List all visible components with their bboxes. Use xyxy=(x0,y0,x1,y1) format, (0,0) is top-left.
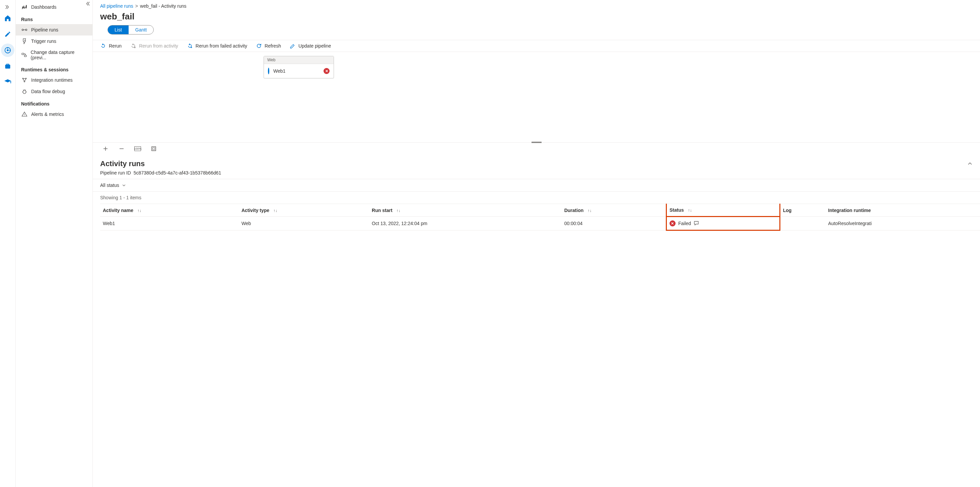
integration-runtimes-icon xyxy=(21,77,28,83)
svg-point-9 xyxy=(24,81,25,82)
sidebar-item-cdc[interactable]: Change data capture (previ... xyxy=(16,47,92,63)
cell-run-start: Oct 13, 2022, 12:24:04 pm xyxy=(369,217,562,231)
update-pipeline-button[interactable]: Update pipeline xyxy=(290,43,331,49)
sort-icon[interactable]: ↑↓ xyxy=(587,208,592,213)
sidebar-item-alerts[interactable]: Alerts & metrics xyxy=(16,108,92,120)
breadcrumb-separator: > xyxy=(135,3,138,9)
svg-rect-5 xyxy=(22,53,24,55)
sidebar-item-label: Data flow debug xyxy=(31,89,65,94)
sidebar-item-label: Alerts & metrics xyxy=(31,111,64,117)
refresh-button[interactable]: Refresh xyxy=(256,43,281,49)
alerts-icon xyxy=(21,111,28,117)
sidebar-section-notifications: Notifications xyxy=(16,97,92,108)
col-integration-runtime[interactable]: Integration runtime xyxy=(826,204,980,217)
pipeline-runs-icon xyxy=(21,27,28,33)
sort-icon[interactable]: ↑↓ xyxy=(273,208,277,213)
rail-author-icon[interactable] xyxy=(1,27,14,41)
error-icon: ✕ xyxy=(323,68,329,74)
svg-point-1 xyxy=(7,49,9,51)
speech-bubble-icon[interactable] xyxy=(694,221,699,226)
sidebar-item-trigger-runs[interactable]: Trigger runs xyxy=(16,35,92,47)
sidebar-section-runtimes: Runtimes & sessions xyxy=(16,63,92,74)
rail-manage-icon[interactable] xyxy=(1,60,14,73)
sidebar-item-integration-runtimes[interactable]: Integration runtimes xyxy=(16,74,92,86)
sidebar-item-label: Pipeline runs xyxy=(31,27,58,32)
toolbar: Rerun Rerun from activity Rerun from fai… xyxy=(93,40,980,52)
col-run-start[interactable]: Run start ↑↓ xyxy=(369,204,562,217)
rerun-from-failed-icon xyxy=(187,43,193,49)
toolbar-label: Rerun xyxy=(109,43,122,49)
cell-integration-runtime: AutoResolveIntegrati xyxy=(826,217,980,231)
toolbar-label: Rerun from activity xyxy=(139,43,178,49)
error-icon: ✕ xyxy=(670,220,676,226)
cell-activity-name: Web1 xyxy=(100,217,239,231)
sidebar-item-dataflow-debug[interactable]: Data flow debug xyxy=(16,86,92,97)
zoom-fit-icon[interactable] xyxy=(150,146,157,151)
sidebar: Dashboards Runs Pipeline runs Trigger ru… xyxy=(16,0,93,487)
icon-rail xyxy=(0,0,16,487)
zoom-reset-icon[interactable]: 100% xyxy=(134,146,141,151)
sidebar-item-dashboards[interactable]: Dashboards xyxy=(16,2,92,13)
dashboards-icon xyxy=(21,4,28,10)
svg-rect-13 xyxy=(153,148,155,150)
svg-point-8 xyxy=(25,78,27,79)
cell-activity-type: Web xyxy=(239,217,369,231)
sidebar-collapse-icon[interactable] xyxy=(85,2,90,6)
collapse-section-icon[interactable] xyxy=(967,161,973,167)
svg-rect-6 xyxy=(24,55,27,57)
svg-point-3 xyxy=(22,29,24,31)
view-toggle-list[interactable]: List xyxy=(108,25,129,34)
chevron-down-icon xyxy=(122,183,126,187)
rerun-button[interactable]: Rerun xyxy=(100,43,122,49)
rail-home-icon[interactable] xyxy=(1,11,14,25)
sort-icon[interactable]: ↑↓ xyxy=(396,208,400,213)
view-toggle-gantt[interactable]: Gantt xyxy=(129,25,153,34)
sidebar-item-label: Integration runtimes xyxy=(31,77,73,83)
col-log[interactable]: Log xyxy=(780,204,825,217)
update-pipeline-icon xyxy=(290,43,296,49)
resize-handle[interactable] xyxy=(531,142,542,143)
zoom-in-icon[interactable] xyxy=(102,146,109,151)
sidebar-item-pipeline-runs[interactable]: Pipeline runs xyxy=(16,24,92,35)
activity-runs-table: Activity name ↑↓ Activity type ↑↓ Run st… xyxy=(100,204,980,231)
rail-expand-icon[interactable] xyxy=(0,3,15,11)
pipeline-run-id-row: Pipeline run ID 5c87380d-c5d5-4a7c-af43-… xyxy=(93,169,980,179)
status-filter-label: All status xyxy=(100,183,119,188)
toolbar-label: Update pipeline xyxy=(298,43,331,49)
main-content: All pipeline runs > web_fail - Activity … xyxy=(93,0,980,487)
zoom-out-icon[interactable] xyxy=(118,146,125,151)
svg-point-4 xyxy=(25,29,27,31)
breadcrumb-current: web_fail - Activity runs xyxy=(140,3,186,9)
refresh-icon xyxy=(256,43,262,49)
sort-icon[interactable]: ↑↓ xyxy=(137,208,142,213)
col-duration[interactable]: Duration ↑↓ xyxy=(562,204,667,217)
table-row[interactable]: Web1 Web Oct 13, 2022, 12:24:04 pm 00:00… xyxy=(100,217,980,231)
svg-point-11 xyxy=(134,46,136,48)
dataflow-debug-icon xyxy=(21,88,28,94)
svg-rect-12 xyxy=(152,147,156,151)
run-id-value: 5c87380d-c5d5-4a7c-af43-1b5378b66d61 xyxy=(134,170,221,175)
breadcrumb-root-link[interactable]: All pipeline runs xyxy=(100,3,133,9)
cell-log xyxy=(780,217,825,231)
col-status[interactable]: Status ↑↓ xyxy=(666,204,780,217)
activity-node-web1[interactable]: Web Web1 ✕ xyxy=(264,56,334,78)
pipeline-canvas[interactable]: Web Web1 ✕ xyxy=(93,52,980,142)
page-title: web_fail xyxy=(93,11,980,25)
sidebar-item-label: Dashboards xyxy=(31,4,57,10)
rail-monitor-icon[interactable] xyxy=(1,43,14,57)
rerun-from-failed-button[interactable]: Rerun from failed activity xyxy=(187,43,247,49)
col-activity-type[interactable]: Activity type ↑↓ xyxy=(239,204,369,217)
activity-runs-heading: Activity runs xyxy=(100,159,145,168)
items-count: Showing 1 - 1 items xyxy=(93,191,980,204)
cell-duration: 00:00:04 xyxy=(562,217,667,231)
sidebar-item-label: Change data capture (previ... xyxy=(31,49,87,60)
breadcrumb: All pipeline runs > web_fail - Activity … xyxy=(93,0,980,11)
cell-status: ✕ Failed xyxy=(666,217,780,231)
rerun-from-activity-button: Rerun from activity xyxy=(130,43,178,49)
col-activity-name[interactable]: Activity name ↑↓ xyxy=(100,204,239,217)
status-filter-dropdown[interactable]: All status xyxy=(100,183,126,188)
rail-learn-icon[interactable] xyxy=(1,76,14,89)
rerun-icon xyxy=(100,43,106,49)
sort-icon[interactable]: ↑↓ xyxy=(688,208,692,213)
globe-icon xyxy=(268,68,269,74)
